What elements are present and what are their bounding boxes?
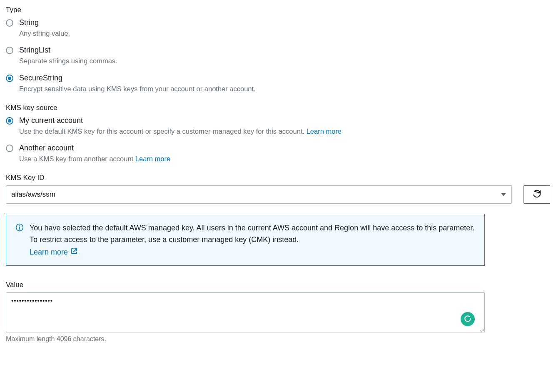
kms-source-option-title: My current account <box>19 115 550 126</box>
learn-more-link[interactable]: Learn more <box>307 127 342 135</box>
radio-icon[interactable] <box>6 47 13 54</box>
kms-source-desc-text: Use the default KMS key for this account… <box>19 127 307 135</box>
type-option-title: String <box>19 17 550 28</box>
radio-icon[interactable] <box>6 75 13 82</box>
type-option-stringlist[interactable]: StringList Separate strings using commas… <box>6 45 550 66</box>
value-hint: Maximum length 4096 characters. <box>6 335 550 343</box>
kms-key-id-select-wrap: alias/aws/ssm <box>6 185 512 204</box>
value-input[interactable] <box>6 292 485 332</box>
radio-icon[interactable] <box>6 145 13 152</box>
type-option-title: StringList <box>19 45 550 55</box>
type-label: Type <box>6 6 550 14</box>
refresh-button[interactable] <box>524 185 550 204</box>
spinner-icon <box>464 315 472 324</box>
type-option-title: SecureString <box>19 73 550 83</box>
info-text: You have selected the default AWS manage… <box>30 222 475 246</box>
kms-key-id-row: alias/aws/ssm <box>6 185 550 204</box>
info-box: You have selected the default AWS manage… <box>6 214 485 266</box>
type-option-desc: Any string value. <box>19 29 550 38</box>
kms-source-label: KMS key source <box>6 104 550 112</box>
radio-icon[interactable] <box>6 117 13 125</box>
value-textarea-wrap <box>6 292 485 334</box>
learn-more-link[interactable]: Learn more <box>135 155 170 162</box>
value-label: Value <box>6 281 550 289</box>
refresh-icon <box>532 190 541 200</box>
info-icon <box>15 222 24 257</box>
svg-point-2 <box>19 225 20 226</box>
type-option-string[interactable]: String Any string value. <box>6 17 550 38</box>
info-learn-more-link[interactable]: Learn more <box>30 247 78 257</box>
type-option-securestring[interactable]: SecureString Encrypt sensitive data usin… <box>6 73 550 94</box>
kms-source-option-desc: Use the default KMS key for this account… <box>19 127 550 136</box>
type-radio-group: String Any string value. StringList Sepa… <box>6 17 550 94</box>
info-learn-more-label: Learn more <box>30 248 68 257</box>
type-option-desc: Separate strings using commas. <box>19 56 550 66</box>
kms-key-id-label: KMS Key ID <box>6 174 550 182</box>
kms-source-desc-text: Use a KMS key from another account <box>19 155 135 162</box>
radio-icon[interactable] <box>6 19 13 27</box>
kms-key-id-value: alias/aws/ssm <box>11 190 55 199</box>
kms-source-radio-group: My current account Use the default KMS k… <box>6 115 550 164</box>
kms-source-option-current[interactable]: My current account Use the default KMS k… <box>6 115 550 136</box>
kms-source-option-desc: Use a KMS key from another account Learn… <box>19 154 550 164</box>
grammarly-badge[interactable] <box>461 312 475 326</box>
kms-source-option-title: Another account <box>19 143 550 153</box>
external-link-icon <box>70 247 78 257</box>
type-option-desc: Encrypt sensitive data using KMS keys fr… <box>19 84 550 94</box>
kms-source-option-another[interactable]: Another account Use a KMS key from anoth… <box>6 143 550 164</box>
kms-key-id-select[interactable]: alias/aws/ssm <box>6 185 512 204</box>
